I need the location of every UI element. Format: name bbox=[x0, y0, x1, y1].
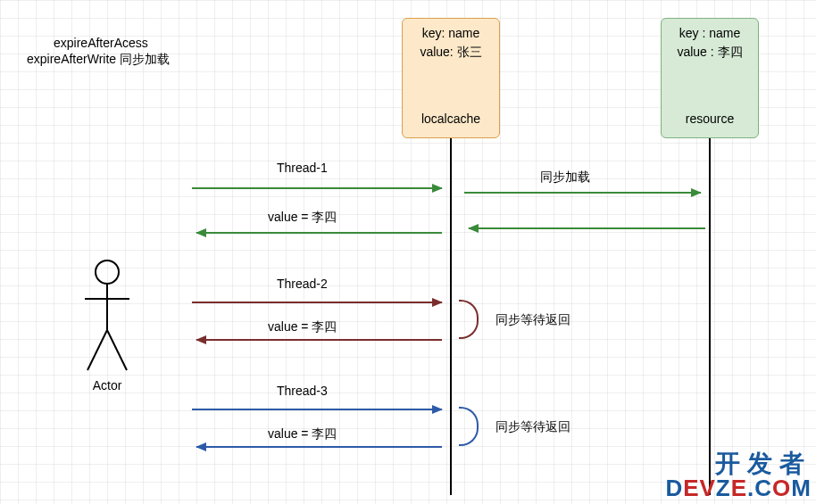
thread3-req-arrow bbox=[192, 409, 442, 410]
thread3-wait-bracket bbox=[459, 407, 479, 446]
watermark: 开发者 DEVZE.COM bbox=[665, 451, 812, 500]
actor-icon bbox=[80, 259, 134, 375]
svg-line-4 bbox=[107, 330, 127, 370]
thread3-req-label: Thread-3 bbox=[277, 384, 328, 398]
thread2-wait-label: 同步等待返回 bbox=[495, 312, 570, 328]
svg-line-3 bbox=[87, 330, 107, 370]
resource-key: key : name bbox=[667, 24, 753, 43]
thread2-req-arrow bbox=[192, 302, 442, 303]
thread1-req-label: Thread-1 bbox=[277, 161, 328, 175]
thread3-resp-arrow bbox=[196, 446, 442, 448]
resource-name: resource bbox=[662, 110, 758, 128]
svg-point-0 bbox=[96, 260, 119, 284]
sync-load-arrow bbox=[464, 192, 701, 194]
thread2-wait-bracket bbox=[459, 300, 479, 339]
thread2-resp-arrow bbox=[196, 339, 442, 341]
resource-value: value : 李四 bbox=[667, 43, 753, 62]
thread1-req-arrow bbox=[192, 187, 442, 189]
sync-load-label: 同步加载 bbox=[540, 169, 590, 186]
localcache-lifeline bbox=[450, 138, 452, 495]
thread1-resp-arrow bbox=[196, 232, 442, 234]
thread2-req-label: Thread-2 bbox=[277, 277, 328, 291]
thread3-resp-label: value = 李四 bbox=[268, 426, 337, 442]
thread1-resp-label: value = 李四 bbox=[268, 210, 337, 226]
localcache-name: localcache bbox=[403, 110, 499, 128]
resource-lifeline bbox=[709, 138, 711, 495]
localcache-key: key: name bbox=[408, 24, 494, 43]
resource-box: key : name value : 李四 resource bbox=[661, 18, 759, 138]
thread3-wait-label: 同步等待返回 bbox=[495, 419, 570, 435]
localcache-box: key: name value: 张三 localcache bbox=[402, 18, 500, 138]
title-line1: expireAfterAcess bbox=[54, 36, 148, 50]
watermark-line1: 开发者 bbox=[665, 451, 812, 476]
watermark-line2: DEVZE.COM bbox=[665, 476, 812, 500]
localcache-value: value: 张三 bbox=[408, 43, 494, 62]
title-line2: expireAfterWrite 同步加载 bbox=[27, 52, 170, 68]
resource-return-arrow bbox=[469, 227, 705, 229]
thread2-resp-label: value = 李四 bbox=[268, 319, 337, 335]
actor-label: Actor bbox=[71, 378, 143, 392]
actor: Actor bbox=[71, 259, 143, 392]
